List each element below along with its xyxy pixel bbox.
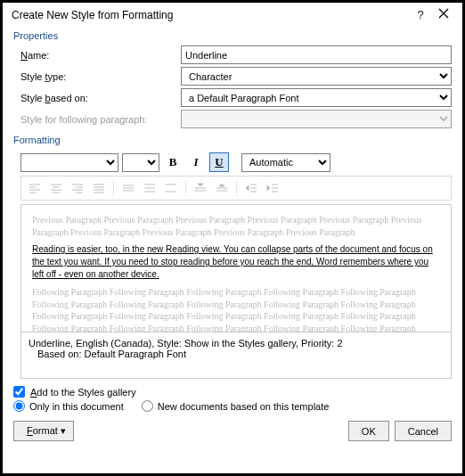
- paragraph-toolbar: [20, 176, 452, 201]
- close-button[interactable]: [432, 8, 455, 21]
- following-select: [181, 110, 452, 128]
- preview-pane: Previous Paragraph Previous Paragraph Pr…: [20, 204, 452, 332]
- spacing-1-icon[interactable]: [118, 179, 138, 197]
- preview-sample: Reading is easier, too, in the new Readi…: [32, 243, 440, 281]
- desc-line-2: Based on: Default Paragraph Font: [29, 349, 444, 359]
- style-type-select[interactable]: Character: [181, 67, 452, 86]
- ok-button[interactable]: OK: [348, 421, 389, 441]
- svg-marker-29: [219, 184, 224, 186]
- add-gallery-checkbox[interactable]: [13, 386, 25, 398]
- format-button[interactable]: Format ▾: [13, 421, 74, 441]
- space-before-down-icon[interactable]: [212, 179, 232, 197]
- font-color-combo[interactable]: Automatic: [241, 153, 330, 172]
- preview-after: Following Paragraph Following Paragraph …: [32, 286, 440, 332]
- italic-button[interactable]: I: [186, 152, 206, 172]
- preview-before: Previous Paragraph Previous Paragraph Pr…: [32, 214, 440, 238]
- align-center-icon[interactable]: [46, 179, 66, 197]
- new-documents-label: New documents based on this template: [158, 401, 330, 412]
- based-on-select[interactable]: a Default Paragraph Font: [181, 88, 452, 107]
- spacing-2-icon[interactable]: [161, 179, 181, 197]
- add-gallery-label: Add to the Styles gallery: [30, 387, 136, 398]
- align-left-icon[interactable]: [25, 179, 45, 197]
- name-input[interactable]: [181, 45, 452, 64]
- svg-marker-26: [198, 184, 203, 186]
- only-document-label: Only in this document: [29, 401, 124, 412]
- bold-button[interactable]: B: [163, 152, 183, 172]
- cancel-button[interactable]: Cancel: [395, 421, 452, 441]
- only-document-radio[interactable]: [13, 400, 25, 412]
- spacing-15-icon[interactable]: [140, 179, 159, 197]
- dialog-title: Create New Style from Formatting: [12, 9, 409, 21]
- based-on-label: Style based on:: [20, 93, 181, 103]
- desc-line-1: Underline, English (Canada), Style: Show…: [29, 338, 444, 349]
- align-justify-icon[interactable]: [89, 179, 109, 197]
- font-size-combo[interactable]: [122, 153, 159, 172]
- align-right-icon[interactable]: [68, 179, 87, 197]
- indent-increase-icon[interactable]: [263, 179, 282, 197]
- style-description: Underline, English (Canada), Style: Show…: [20, 332, 452, 379]
- svg-marker-32: [246, 185, 249, 191]
- name-label: Name:: [20, 50, 181, 61]
- following-label: Style for following paragraph:: [20, 114, 181, 125]
- properties-heading: Properties: [13, 27, 452, 43]
- font-family-combo[interactable]: [20, 153, 118, 172]
- style-type-label: Style type:: [20, 71, 181, 82]
- formatting-heading: Formatting: [13, 131, 452, 147]
- underline-button[interactable]: U: [209, 152, 229, 172]
- space-before-up-icon[interactable]: [191, 179, 210, 197]
- help-button[interactable]: ?: [409, 8, 432, 21]
- new-documents-radio[interactable]: [142, 400, 153, 412]
- indent-decrease-icon[interactable]: [241, 179, 261, 197]
- svg-marker-36: [267, 185, 270, 191]
